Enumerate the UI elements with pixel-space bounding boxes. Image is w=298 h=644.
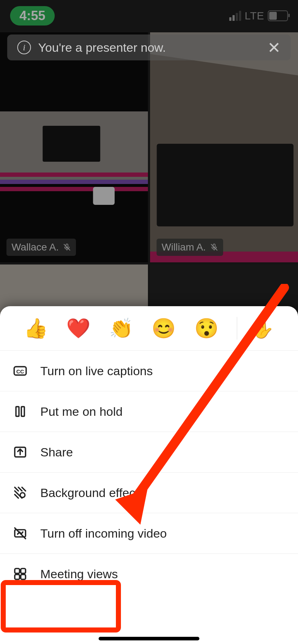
svg-rect-20 — [15, 569, 19, 573]
menu-hold[interactable]: Put me on hold — [0, 391, 298, 432]
close-icon[interactable]: ✕ — [267, 38, 281, 57]
svg-point-18 — [20, 493, 25, 497]
svg-text:CC: CC — [16, 368, 24, 374]
menu-label: Background effects — [40, 486, 145, 500]
menu-turn-off-incoming-video[interactable]: Turn off incoming video — [0, 513, 298, 553]
screen: 4:55 LTE Wallace A. — [0, 0, 298, 644]
svg-rect-16 — [21, 407, 24, 417]
svg-rect-21 — [21, 569, 26, 573]
menu-label: Put me on hold — [40, 405, 123, 419]
presenter-toast: i You're a presenter now. ✕ — [7, 34, 291, 60]
home-indicator[interactable] — [99, 637, 199, 640]
menu-share[interactable]: Share — [0, 432, 298, 472]
reaction-raise-hand[interactable]: ✋ — [237, 317, 274, 340]
more-actions-sheet: 👍 ❤️ 👏 😊 😯 ✋ CC Turn on live captions Pu… — [0, 306, 298, 644]
grid-icon — [12, 566, 28, 582]
menu-meeting-views[interactable]: Meeting views — [0, 553, 298, 594]
reaction-like[interactable]: 👍 — [24, 317, 48, 340]
share-icon — [12, 444, 28, 460]
reaction-smile[interactable]: 😊 — [152, 317, 176, 340]
reaction-surprised[interactable]: 😯 — [194, 317, 218, 340]
menu-label: Turn off incoming video — [40, 526, 167, 540]
menu-label: Meeting views — [40, 567, 118, 581]
info-icon: i — [17, 41, 31, 54]
menu-background-effects[interactable]: Background effects — [0, 472, 298, 513]
svg-rect-22 — [15, 575, 19, 579]
cc-icon: CC — [12, 363, 28, 379]
video-off-icon — [12, 525, 28, 541]
svg-rect-15 — [16, 407, 19, 417]
pause-icon — [12, 404, 28, 419]
menu-label: Turn on live captions — [40, 364, 153, 378]
menu-live-captions[interactable]: CC Turn on live captions — [0, 350, 298, 391]
reaction-heart[interactable]: ❤️ — [66, 317, 90, 340]
actions-menu: CC Turn on live captions Put me on hold … — [0, 350, 298, 644]
toast-message: You're a presenter now. — [38, 41, 166, 55]
svg-rect-23 — [21, 575, 26, 579]
menu-label: Share — [40, 445, 73, 459]
background-effects-icon — [12, 485, 28, 501]
reaction-applause[interactable]: 👏 — [109, 317, 133, 340]
reactions-row: 👍 ❤️ 👏 😊 😯 ✋ — [0, 306, 298, 350]
